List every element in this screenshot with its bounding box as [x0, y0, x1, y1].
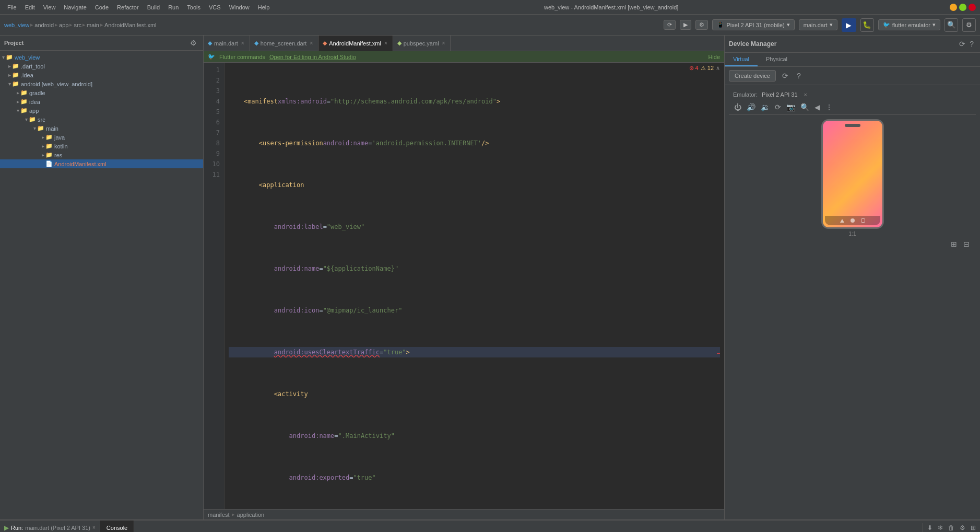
settings-gear-button[interactable]: ⚙ — [962, 18, 976, 32]
more-button[interactable]: ⋮ — [824, 102, 834, 112]
screenshot-button[interactable]: 📷 — [785, 102, 796, 112]
shrink-emulator-button[interactable]: ⊟ — [961, 239, 972, 249]
breadcrumb-application[interactable]: application — [237, 512, 265, 518]
device-help-button[interactable]: ? — [795, 71, 803, 81]
menu-file[interactable]: File — [4, 3, 20, 11]
tab-console[interactable]: Console — [100, 521, 134, 533]
folder-icon: 📁 — [6, 54, 13, 61]
menu-run[interactable]: Run — [165, 3, 182, 11]
debug-button[interactable]: 🐛 — [860, 18, 874, 32]
sidebar-gear-button[interactable]: ⚙ — [188, 38, 199, 48]
tree-item-android[interactable]: ▾ 📁 android [web_view_android] — [0, 79, 203, 88]
tab-virtual[interactable]: Virtual — [725, 53, 758, 66]
tab-androidmanifest[interactable]: ◆ AndroidManifest.xml × — [318, 36, 393, 51]
tree-item-gradle[interactable]: ▸ 📁 gradle — [0, 88, 203, 97]
tree-item-main[interactable]: ▾ 📁 main — [0, 124, 203, 133]
project-sidebar: Project ⚙ ▾ 📁 web_view ▸ 📁 .dart_tool ▸ … — [0, 36, 204, 519]
tree-item-src[interactable]: ▾ 📁 src — [0, 115, 203, 124]
create-device-button[interactable]: Create device — [729, 70, 776, 82]
run-tab-label[interactable]: Run: — [11, 525, 23, 531]
breadcrumb-manifest[interactable]: manifest — [208, 512, 230, 518]
tree-item-dart-tool[interactable]: ▸ 📁 .dart_tool — [0, 62, 203, 71]
settings-console-button[interactable]: ⚙ — [958, 523, 967, 533]
menu-tools[interactable]: Tools — [184, 3, 204, 11]
tree-item-res[interactable]: ▸ 📁 res — [0, 151, 203, 159]
back-button[interactable]: ◀ — [813, 102, 821, 112]
menu-build[interactable]: Build — [144, 3, 163, 11]
tree-item-androidmanifest[interactable]: ▸ 📄 AndroidManifest.xml — [0, 159, 203, 168]
tab-close-button[interactable]: × — [240, 40, 245, 46]
power-button[interactable]: ⏻ — [733, 102, 742, 112]
tree-label: web_view — [15, 54, 40, 61]
breadcrumb-android[interactable]: android — [34, 22, 54, 28]
scroll-to-end-button[interactable]: ⬇ — [925, 523, 935, 533]
breadcrumb-src[interactable]: src — [74, 22, 81, 28]
zoom-button[interactable]: 🔍 — [799, 102, 810, 112]
folder-icon: 📁 — [45, 152, 53, 158]
tree-item-java[interactable]: ▸ 📁 java — [0, 133, 203, 142]
tab-home-screen[interactable]: ◆ home_screen.dart × — [250, 36, 319, 51]
recents-nav-icon — [861, 218, 865, 223]
code-content[interactable]: <manifest xmlns:android="http://schemas.… — [225, 63, 724, 509]
tab-physical[interactable]: Physical — [758, 53, 796, 66]
open-android-studio-link[interactable]: Open for Editing in Android Studio — [269, 54, 356, 60]
tree-item-web-view[interactable]: ▾ 📁 web_view — [0, 53, 203, 62]
breadcrumb-sep: ▸ — [232, 511, 235, 518]
tab-close-button[interactable]: × — [441, 40, 446, 46]
run-config-close[interactable]: × — [92, 525, 96, 530]
help-devices-button[interactable]: ? — [967, 39, 976, 49]
menu-help[interactable]: Help — [255, 3, 273, 11]
tree-item-idea[interactable]: ▸ 📁 idea — [0, 97, 203, 106]
expand-errors-button[interactable]: ∧ — [716, 65, 720, 72]
volume-up-button[interactable]: 🔊 — [746, 102, 757, 112]
breadcrumb-app[interactable]: app — [59, 22, 68, 28]
search-everywhere-button[interactable]: 🔍 — [944, 18, 958, 32]
menu-bar[interactable]: File Edit View Navigate Code Refactor Bu… — [4, 3, 273, 11]
clear-console-button[interactable]: 🗑 — [946, 523, 957, 533]
code-editor[interactable]: ⊗ 4 ⚠ 12 ∧ 1 2 3 4 5 6 7 8 9 10 11 — [204, 63, 724, 509]
menu-vcs[interactable]: VCS — [206, 3, 224, 11]
tab-close-button[interactable]: × — [309, 40, 314, 46]
breadcrumb-web-view[interactable]: web_view — [4, 22, 29, 28]
hide-flutter-btn[interactable]: Hide — [708, 54, 720, 60]
dart-file-icon: ◆ — [208, 40, 212, 47]
emulator-icon: Emulator: — [733, 91, 758, 98]
menu-edit[interactable]: Edit — [22, 3, 38, 11]
tree-item-app[interactable]: ▾ 📁 app — [0, 106, 203, 115]
tab-main-dart[interactable]: ◆ main.dart × — [204, 36, 250, 51]
tab-close-button[interactable]: × — [383, 40, 388, 46]
emulator-close-button[interactable]: × — [804, 91, 807, 98]
menu-navigate[interactable]: Navigate — [61, 3, 89, 11]
maximize-button[interactable] — [959, 4, 966, 11]
device-icon: 📱 — [717, 21, 724, 28]
rotate-button[interactable]: ⟳ — [774, 102, 782, 112]
refresh-devices-button[interactable]: ⟳ — [957, 39, 967, 49]
close-button[interactable] — [969, 4, 976, 11]
tab-label: AndroidManifest.xml — [329, 40, 381, 47]
build-button[interactable]: ▶ — [680, 20, 691, 30]
tree-item-idea[interactable]: ▸ 📁 .idea — [0, 71, 203, 79]
menu-refactor[interactable]: Refactor — [114, 3, 142, 11]
emulator-label: Emulator: Pixel 2 API 31 × — [729, 89, 976, 100]
tab-pubspec[interactable]: ◆ pubspec.yaml × — [393, 36, 451, 51]
sync-button[interactable]: ⟳ — [664, 20, 676, 30]
device-selector[interactable]: 📱 Pixel 2 API 31 (mobile) ▾ — [712, 19, 794, 30]
freeze-button[interactable]: ❄ — [936, 523, 945, 533]
run-button[interactable]: ▶ — [842, 18, 856, 32]
menu-view[interactable]: View — [40, 3, 59, 11]
flutter-emulator-selector[interactable]: 🐦 flutter emulator ▾ — [878, 19, 940, 30]
volume-down-button[interactable]: 🔉 — [760, 102, 771, 112]
tree-item-kotlin[interactable]: ▸ 📁 kotlin — [0, 142, 203, 151]
layout-button[interactable]: ⊞ — [969, 523, 978, 533]
breadcrumb-file[interactable]: AndroidManifest.xml — [104, 22, 157, 28]
device-refresh-button[interactable]: ⟳ — [780, 71, 790, 81]
menu-window[interactable]: Window — [226, 3, 253, 11]
expand-emulator-button[interactable]: ⊞ — [949, 239, 959, 249]
device-manager-tabs: Virtual Physical — [725, 53, 980, 67]
settings-button[interactable]: ⚙ — [695, 20, 708, 30]
menu-code[interactable]: Code — [92, 3, 112, 11]
run-config-selector[interactable]: main.dart ▾ — [799, 19, 837, 30]
window-controls — [950, 4, 976, 11]
minimize-button[interactable] — [950, 4, 957, 11]
breadcrumb-main[interactable]: main — [87, 22, 99, 28]
